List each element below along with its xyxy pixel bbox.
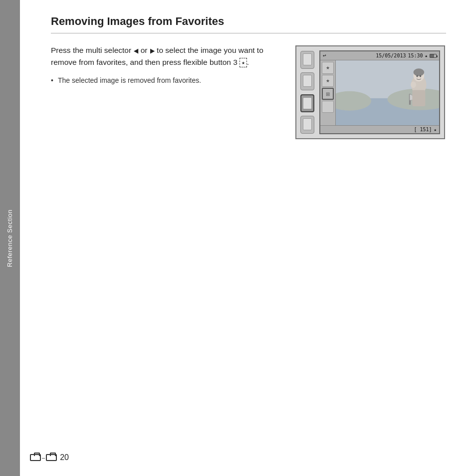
thumb-item-4 <box>322 101 334 113</box>
lcd-panel: ↩ 15/05/2013 15:30 ★ <box>319 50 440 134</box>
cam-btn-3-selected <box>300 94 314 112</box>
intro-paragraph: Press the multi selector ◀ or ▶ to selec… <box>51 44 280 68</box>
cam-btn-4 <box>300 116 314 134</box>
flexible-button-3-icon: ★ <box>239 58 247 67</box>
thumbnail-strip: ★ ★ ⊞ <box>320 60 336 125</box>
camera-shape-2 <box>46 454 57 461</box>
page-number: 20 <box>60 453 69 462</box>
thumb-item-1: ★ <box>322 62 334 74</box>
section-divider <box>51 33 446 33</box>
lcd-bottom-bar: [ 151] ★ <box>320 125 439 133</box>
bullet-list: The selected image is removed from favor… <box>51 75 280 86</box>
svg-point-10 <box>416 75 418 77</box>
lcd-topbar: ↩ 15/05/2013 15:30 ★ <box>320 51 439 60</box>
svg-point-8 <box>414 68 425 76</box>
lcd-time: 15:30 <box>408 53 423 58</box>
lcd-star-icon: ★ <box>425 53 428 58</box>
lcd-battery-icon <box>430 54 437 58</box>
main-image-area <box>336 60 439 125</box>
svg-point-11 <box>420 75 421 77</box>
lcd-body: ★ ★ ⊞ <box>320 60 439 125</box>
arrow-left-icon: ◀ <box>134 46 138 56</box>
lcd-bottom-star: ★ <box>434 127 437 132</box>
thumb-item-3-active: ⊞ <box>322 88 334 100</box>
lcd-date: 15/05/2013 <box>376 53 406 58</box>
svg-point-12 <box>411 81 416 88</box>
camera-connector: – <box>42 455 45 461</box>
page-title: Removing Images from Favorites <box>51 15 446 28</box>
cam-btn-1 <box>300 51 314 69</box>
svg-rect-9 <box>412 90 425 107</box>
image-svg <box>336 60 439 125</box>
main-section: Press the multi selector ◀ or ▶ to selec… <box>51 44 446 139</box>
cam-btn-inner-3 <box>303 97 312 109</box>
intro-text-part1: Press the multi selector <box>51 46 133 54</box>
camera-shape <box>30 454 41 461</box>
cam-btn-2 <box>300 72 314 90</box>
cam-btn-inner-4 <box>303 118 312 130</box>
lcd-back-icon: ↩ <box>323 52 326 59</box>
camera-illustration: ↩ 15/05/2013 15:30 ★ <box>295 45 445 139</box>
cam-btn-inner-2 <box>303 75 312 87</box>
arrow-right-icon: ▶ <box>150 46 154 56</box>
text-column: Press the multi selector ◀ or ▶ to selec… <box>51 44 280 86</box>
camera-buttons-column <box>300 50 316 134</box>
sidebar-text: Reference Section <box>6 209 14 266</box>
bullet-item-1: The selected image is removed from favor… <box>51 75 280 86</box>
camera-outer-body: ↩ 15/05/2013 15:30 ★ <box>295 45 445 139</box>
thumb-item-2: ★ <box>322 75 334 87</box>
page-footer: – 20 <box>30 453 69 462</box>
lcd-topbar-right: 15/05/2013 15:30 ★ <box>376 53 437 58</box>
sidebar-section-label: Reference Section <box>0 0 20 476</box>
lcd-count: [ 151] <box>414 127 432 132</box>
intro-period: . <box>247 58 249 66</box>
footer-camera-icon: – <box>30 454 57 461</box>
intro-or: or <box>138 46 149 54</box>
cam-btn-inner-1 <box>303 53 312 65</box>
